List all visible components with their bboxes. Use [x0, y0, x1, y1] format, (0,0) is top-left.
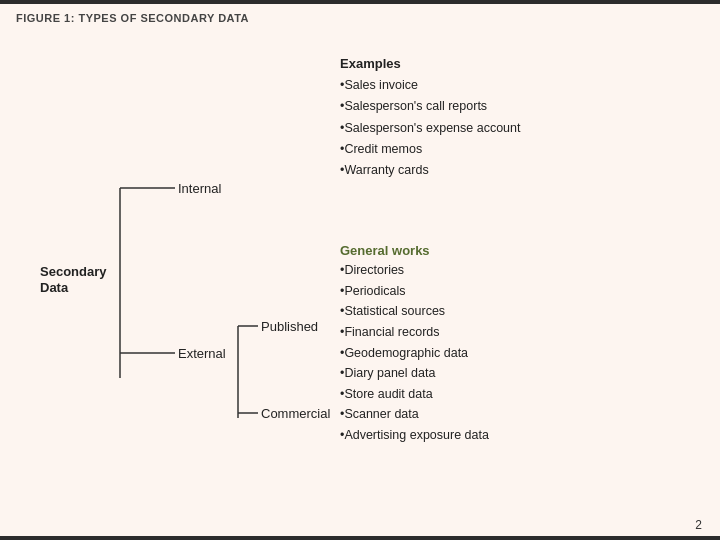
secondary-data-label2: Data — [40, 280, 69, 295]
gw-item-9: •Advertising exposure data — [340, 425, 700, 446]
tree-svg: Secondary Data Internal External Publish… — [20, 58, 360, 498]
internal-label: Internal — [178, 181, 221, 196]
gw-item-4: •Financial records — [340, 322, 700, 343]
gw-item-3: •Statistical sources — [340, 301, 700, 322]
gw-item-5: •Geodemographic data — [340, 343, 700, 364]
commercial-label: Commercial — [261, 406, 330, 421]
examples-list: •Sales invoice •Salesperson's call repor… — [340, 75, 680, 181]
page-number: 2 — [695, 518, 702, 532]
published-label: Published — [261, 319, 318, 334]
gw-item-2: •Periodicals — [340, 281, 700, 302]
main-area: Secondary Data Internal External Publish… — [0, 28, 720, 538]
examples-heading: Examples — [340, 56, 680, 71]
gw-item-8: •Scanner data — [340, 404, 700, 425]
bottom-bar — [0, 536, 720, 540]
gw-item-7: •Store audit data — [340, 384, 700, 405]
general-works-list: •Directories •Periodicals •Statistical s… — [340, 260, 700, 446]
general-works-heading: General works — [340, 243, 700, 258]
tree-diagram: Secondary Data Internal External Publish… — [20, 58, 360, 498]
gw-item-6: •Diary panel data — [340, 363, 700, 384]
examples-item-1: •Sales invoice — [340, 75, 680, 96]
general-works-section: General works •Directories •Periodicals … — [340, 243, 700, 446]
external-label: External — [178, 346, 226, 361]
examples-item-2: •Salesperson's call reports — [340, 96, 680, 117]
examples-item-3: •Salesperson's expense account — [340, 118, 680, 139]
examples-item-4: •Credit memos — [340, 139, 680, 160]
secondary-data-label: Secondary — [40, 264, 107, 279]
gw-item-1: •Directories — [340, 260, 700, 281]
examples-panel: Examples •Sales invoice •Salesperson's c… — [340, 56, 680, 181]
examples-item-5: •Warranty cards — [340, 160, 680, 181]
figure-title: FIGURE 1: TYPES OF SECONDARY DATA — [0, 4, 720, 28]
